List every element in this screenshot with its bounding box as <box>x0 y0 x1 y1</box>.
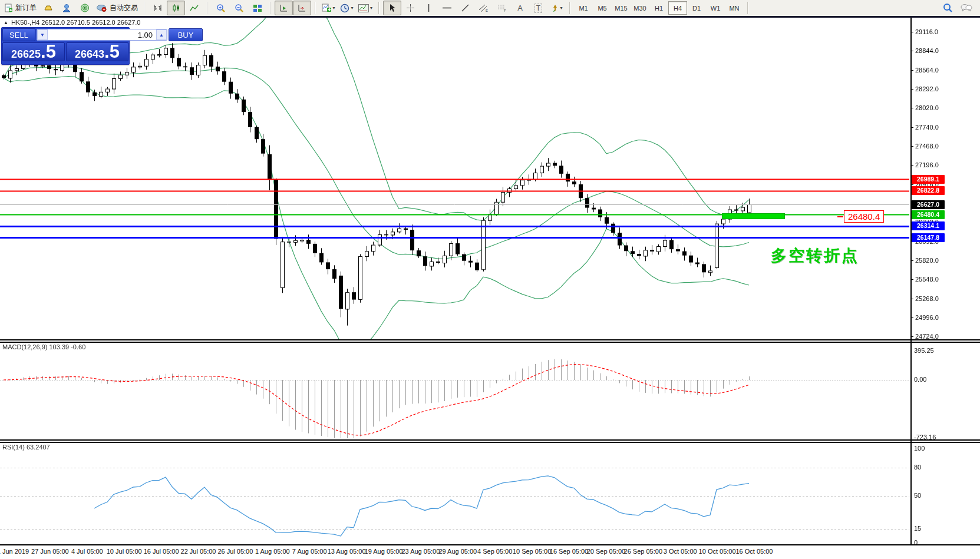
date-tick-label: 16 Oct 05:00 <box>736 548 773 555</box>
sell-price-frac: .5 <box>41 43 56 61</box>
price-tick-label: 27196.0 <box>915 161 939 168</box>
chart-header: ▲ HK50-,H4 26512.0 26710.5 26512.0 26627… <box>4 19 141 26</box>
sell-price[interactable]: 26625 .5 <box>2 42 65 61</box>
rsi-value: 63.2407 <box>27 444 50 451</box>
date-tick-label: 4 Sep 05:00 <box>477 548 512 555</box>
rsi-axis-label: 100 <box>914 445 925 452</box>
buy-price[interactable]: 26643 .5 <box>66 42 128 61</box>
rsi-axis-label: 50 <box>914 492 921 499</box>
macd-axis-label: 395.25 <box>914 347 934 354</box>
price-line-label[interactable]: 26314.1 <box>912 221 945 230</box>
macd-name: MACD(12,26,9) <box>2 343 47 350</box>
price-line-label[interactable]: 26989.1 <box>912 175 945 184</box>
price-tick-label: 27740.0 <box>915 124 939 131</box>
collapse-panel-icon[interactable]: ▲ <box>4 20 8 25</box>
chinese-annotation-text[interactable]: 多空转折点 <box>771 245 859 266</box>
volume-increase-button[interactable]: ▲ <box>156 29 167 40</box>
macd-value: 103.39 <box>49 343 69 350</box>
price-tick-label: 27468.0 <box>915 143 939 150</box>
date-tick-label: 20 Sep 05:00 <box>587 548 625 555</box>
pane-separator[interactable] <box>0 442 980 443</box>
date-tick-label: 19 Aug 05:00 <box>365 548 403 555</box>
price-chart-canvas[interactable] <box>0 0 980 559</box>
mt4-window: 新订单 自动交易 ▾ ▾ <box>0 0 980 559</box>
date-tick-label: 22 Jul 05:00 <box>181 548 216 555</box>
price-tick-label: 25268.0 <box>915 295 939 302</box>
date-tick-label: 13 Aug 05:00 <box>328 548 366 555</box>
date-tick-label: 1 Jun 2019 <box>0 548 29 555</box>
price-line-label[interactable]: 26147.8 <box>912 233 945 242</box>
macd-indicator-label: MACD(12,26,9) 103.39 -0.60 <box>2 343 85 350</box>
rsi-indicator-label: RSI(14) 63.2407 <box>2 444 50 451</box>
sell-price-main: 26625 <box>11 48 41 61</box>
date-tick-label: 3 Oct 05:00 <box>664 548 697 555</box>
price-callout-label[interactable]: 26480.4 <box>844 210 884 223</box>
macd-signal-value: -0.60 <box>71 343 85 350</box>
pane-separator[interactable] <box>0 342 980 343</box>
price-tick-label: 28292.0 <box>915 85 939 92</box>
date-tick-label: 10 Oct 05:00 <box>699 548 736 555</box>
buy-price-frac: .5 <box>104 43 120 61</box>
date-tick-label: 4 Jul 05:00 <box>71 548 103 555</box>
date-tick-label: 26 Sep 05:00 <box>624 548 662 555</box>
price-tick-label: 29116.0 <box>915 28 938 35</box>
price-line-label[interactable]: 26822.8 <box>912 186 945 195</box>
pane-separator[interactable] <box>0 339 980 340</box>
rsi-name: RSI(14) <box>2 444 25 451</box>
date-tick-label: 10 Sep 05:00 <box>513 548 551 555</box>
date-tick-label: 7 Aug 05:00 <box>292 548 327 555</box>
date-tick-label: 29 Aug 05:00 <box>438 548 477 555</box>
price-tick-label: 28564.0 <box>915 67 939 74</box>
date-axis[interactable]: 1 Jun 201927 Jun 05:004 Jul 05:0010 Jul … <box>0 545 980 559</box>
date-tick-label: 26 Jul 05:00 <box>217 548 253 555</box>
price-tick-label: 25548.0 <box>915 276 939 283</box>
price-axis-border <box>910 18 912 544</box>
date-tick-label: 27 Jun 05:00 <box>31 548 69 555</box>
rsi-axis-label: 80 <box>914 464 921 471</box>
buy-button[interactable]: BUY <box>169 28 203 41</box>
macd-axis-label: 0.00 <box>914 376 926 383</box>
date-tick-label: 16 Sep 05:00 <box>550 548 588 555</box>
pane-separator[interactable] <box>0 439 980 441</box>
rsi-axis-label: 15 <box>914 525 921 532</box>
date-tick-label: 16 Jul 05:00 <box>144 548 179 555</box>
chart-title: HK50-,H4 26512.0 26710.5 26512.0 26627.0 <box>11 19 141 26</box>
buy-price-main: 26643 <box>75 48 104 61</box>
date-tick-label: 1 Aug 05:00 <box>255 548 290 555</box>
date-tick-label: 23 Aug 05:00 <box>401 548 440 555</box>
volume-spinner: ▼ ▲ <box>37 29 167 41</box>
callout-connector <box>837 216 843 217</box>
volume-input[interactable] <box>48 29 156 40</box>
date-tick-label: 10 Jul 05:00 <box>107 548 142 555</box>
price-tick-label: 25820.0 <box>915 257 939 264</box>
volume-decrease-button[interactable]: ▼ <box>37 29 48 40</box>
one-click-trade-panel: SELL ▼ ▲ BUY 26625 .5 26643 .5 <box>1 27 130 65</box>
price-tick-label: 28020.0 <box>915 104 939 111</box>
price-line-label[interactable]: 26627.0 <box>912 200 945 209</box>
price-tick-label: 28844.0 <box>915 47 939 54</box>
sell-button[interactable]: SELL <box>2 28 35 41</box>
price-tick-label: 24996.0 <box>915 314 939 321</box>
price-line-label[interactable]: 26480.4 <box>912 210 945 219</box>
highlighted-line-segment[interactable] <box>722 213 785 219</box>
